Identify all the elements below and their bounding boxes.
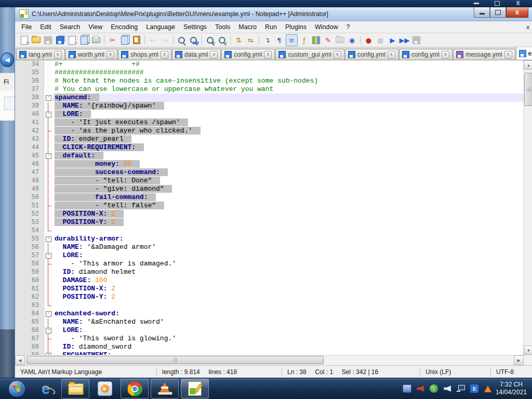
code-text[interactable]: durability-armor: [52, 235, 523, 243]
close-button[interactable]: X [506, 7, 528, 18]
fold-collapse-icon[interactable]: - [46, 328, 51, 334]
menu-item-edit[interactable]: Edit [36, 22, 56, 32]
status-encoding[interactable]: UTF-8 [491, 368, 532, 376]
code-text[interactable]: LORE: [52, 251, 523, 260]
windows-media-player[interactable]: ▶ [91, 379, 118, 398]
print-icon[interactable] [90, 35, 101, 46]
menubar-close-icon[interactable]: x [526, 24, 529, 30]
fold-collapse-icon[interactable]: - [46, 253, 51, 259]
tab-close-icon[interactable]: x [107, 51, 114, 59]
code-text[interactable]: - 'This armor is damaged.' [52, 260, 523, 268]
tab-config.yml[interactable]: config.ymlx [345, 49, 398, 60]
menu-item-settings[interactable]: Settings [179, 22, 211, 32]
file-monitoring-icon[interactable]: ◉ [347, 35, 357, 46]
code-text[interactable]: money: 50 [52, 160, 523, 168]
tab-close-icon[interactable]: x [54, 51, 62, 59]
behind-close-icon[interactable]: X [511, 1, 525, 6]
start-button[interactable] [3, 379, 30, 398]
chrome[interactable] [121, 379, 149, 398]
code-text[interactable]: enchanted-sword: [52, 310, 523, 318]
code-text[interactable]: POSITION-Y: 2 [52, 218, 523, 227]
evkey-icon[interactable]: E [470, 384, 479, 393]
back-button[interactable]: ◀ [1, 49, 14, 70]
word-wrap-icon[interactable]: ↴ [262, 35, 273, 46]
code-text[interactable]: ID: diamond_sword [52, 343, 523, 351]
zoom-in-icon[interactable]: + [205, 35, 216, 46]
menu-item-run[interactable]: Run [261, 22, 281, 32]
status-caret-position[interactable]: Ln : 38 Col : 1 Sel : 342 | 16 [282, 368, 420, 376]
tab-close-icon[interactable]: x [161, 51, 168, 59]
save-all-icon[interactable] [55, 35, 65, 46]
show-all-characters-icon[interactable]: ¶ [274, 35, 285, 46]
menu-item-view[interactable]: View [84, 22, 107, 32]
sync-scroll-horizontal-icon[interactable]: ⇆ [245, 35, 256, 46]
code-text[interactable] [52, 227, 523, 235]
code-text[interactable]: default: [52, 152, 523, 160]
code-text[interactable]: NAME: '&aDamaged armor' [52, 243, 523, 251]
tab-config.yml[interactable]: config.ymlx [221, 49, 275, 60]
copy-icon[interactable] [119, 35, 130, 46]
idm-icon[interactable]: ↓ [430, 384, 438, 393]
minimize-button[interactable] [474, 7, 490, 18]
fold-collapse-icon[interactable]: - [46, 112, 51, 117]
title-bar[interactable]: C:\Users\Administrator\Desktop\MinePrix\… [15, 7, 532, 21]
code-area[interactable]: 34#+ +#35######################36# Note … [15, 60, 523, 355]
code-text[interactable]: ###################### [52, 69, 523, 77]
scroll-down-icon[interactable]: ▼ [524, 345, 532, 355]
notepad-plus-plus[interactable] [181, 379, 209, 398]
show-indent-guide-icon[interactable]: ≡ [286, 34, 298, 46]
menu-item-encoding[interactable]: Encoding [107, 22, 142, 32]
code-text[interactable]: # You can use lowercase or uppercase wha… [52, 85, 523, 94]
menu-item-language[interactable]: Language [142, 22, 179, 32]
tab-lang.yml[interactable]: lang.ymlx [16, 49, 65, 60]
code-text[interactable]: LORE: [52, 110, 523, 118]
code-text[interactable]: POSITION-X: 2 [52, 285, 523, 293]
tab-data.yml[interactable]: data.ymlx [172, 49, 221, 60]
code-text[interactable]: LORE: [52, 326, 523, 335]
scroll-right-icon[interactable]: ▶ [514, 355, 524, 365]
play-macro-icon[interactable]: ▶ [387, 35, 398, 46]
vertical-scroll-thumb[interactable] [524, 73, 532, 106]
windows-explorer[interactable] [61, 379, 89, 398]
internet-explorer[interactable]: e [32, 379, 59, 398]
behind-restore-icon[interactable] [490, 1, 504, 6]
tab-shops.yml[interactable]: shops.ymlx [118, 49, 171, 60]
code-text[interactable]: - 'This sword is glowing.' [52, 335, 523, 343]
cut-icon[interactable]: ✂ [107, 35, 118, 46]
tray-app-icon[interactable] [403, 384, 411, 393]
tab-close-icon[interactable]: x [334, 51, 341, 59]
horizontal-scroll-thumb[interactable] [26, 356, 324, 364]
code-text[interactable]: - "give: diamond" [52, 185, 523, 193]
code-text[interactable] [52, 301, 523, 310]
code-text[interactable]: NAME: '{rainbow}/spawn' [52, 102, 523, 110]
paste-icon[interactable] [131, 35, 142, 46]
status-eol-format[interactable]: Unix (LF) [420, 368, 491, 376]
tab-worth.yml[interactable]: worth.ymlx [65, 49, 117, 60]
fold-collapse-icon[interactable]: - [46, 153, 51, 159]
code-text[interactable]: spawncmd: [52, 94, 523, 102]
volume-muted-icon[interactable] [416, 384, 425, 393]
code-text[interactable]: - 'It just executes /spawn' [52, 118, 523, 127]
menu-item-search[interactable]: Search [56, 22, 85, 32]
tab-close-icon[interactable]: x [504, 51, 512, 59]
fold-collapse-icon[interactable]: - [46, 353, 51, 355]
behind-minimize-icon[interactable] [470, 1, 483, 6]
code-text[interactable]: fail-command: [52, 193, 523, 202]
restore-button[interactable] [490, 7, 506, 18]
run-macro-multiple-icon[interactable]: ▶▶ [399, 35, 410, 46]
tab-close-icon[interactable]: x [210, 51, 218, 59]
menu-item-plugins[interactable]: Plugins [281, 22, 311, 32]
scroll-up-icon[interactable]: ▲ [524, 60, 532, 70]
tab-message.yml[interactable]: message.ymlx [453, 49, 515, 60]
open-file-icon[interactable] [31, 35, 42, 46]
menu-item-macro[interactable]: Macro [234, 22, 261, 32]
background-menu-fragment[interactable]: Fi [0, 73, 15, 91]
tab-custom_gui.yml[interactable]: custom_gui.ymlx [275, 49, 344, 60]
code-text[interactable]: #+ +# [52, 60, 523, 69]
new-file-icon[interactable]: + [19, 35, 30, 46]
fold-collapse-icon[interactable]: - [46, 236, 51, 242]
zoom-out-icon[interactable]: – [217, 35, 228, 46]
menu-item-window[interactable]: Window [311, 22, 342, 32]
menu-item-help[interactable]: ? [342, 22, 354, 32]
sync-scroll-vertical-icon[interactable]: ⇅ [233, 35, 244, 46]
